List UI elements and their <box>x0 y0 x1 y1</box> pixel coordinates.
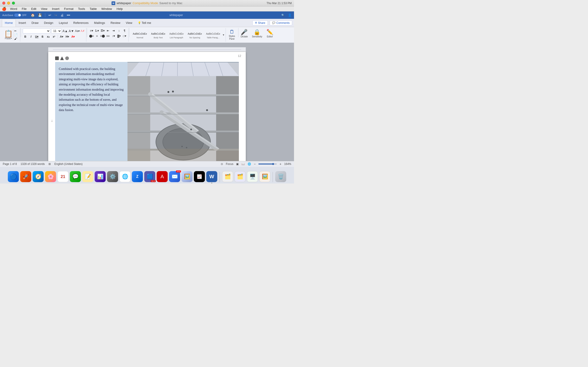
cut-icon[interactable]: ✂ <box>14 29 18 33</box>
bold-button[interactable]: B <box>23 34 28 39</box>
menu-format[interactable]: Format <box>62 7 75 11</box>
dictate-button[interactable]: 🎤 Dictate <box>239 28 250 42</box>
zoom-slider[interactable] <box>258 164 277 165</box>
undo-icon[interactable]: ↩ <box>48 13 52 17</box>
border-button[interactable]: □▾ <box>122 34 127 38</box>
dock-preview[interactable]: 🖼️ <box>182 171 192 182</box>
close-button[interactable] <box>2 2 5 5</box>
subscript-button[interactable]: x₂ <box>46 34 51 39</box>
text-color-button[interactable]: A▾ <box>59 34 64 39</box>
style-normal[interactable]: AaBbCcDdEe Normal <box>131 30 149 40</box>
tab-home[interactable]: Home <box>2 19 16 27</box>
style-body-text[interactable]: AaBbCcDdEe Body Text <box>149 30 167 40</box>
line-spacing-button[interactable]: ↕▾ <box>111 34 116 38</box>
bullets-button[interactable]: ≡▾ <box>89 28 94 33</box>
strikethrough-button[interactable]: S <box>40 34 45 39</box>
menu-tools[interactable]: Tools <box>76 7 87 11</box>
account-icon[interactable]: 👤 <box>288 13 292 17</box>
tab-insert[interactable]: Insert <box>16 19 29 27</box>
autosave-toggle[interactable] <box>14 14 21 17</box>
style-list-paragraph[interactable]: AaBbCcDdEe List Paragraph <box>168 30 185 40</box>
tab-tell-me[interactable]: 💡Tell me <box>135 19 154 27</box>
search-icon[interactable]: 🔍 <box>281 14 285 17</box>
dock-chrome[interactable]: 🌐 <box>120 171 130 182</box>
shape-circle-icon[interactable] <box>65 56 69 60</box>
focus-icon[interactable]: ⊙ <box>221 162 223 166</box>
menu-insert[interactable]: Insert <box>50 7 61 11</box>
style-table-para[interactable]: AaBbCcDdEe Table Parag... <box>204 30 222 40</box>
editor-button[interactable]: ✏️ Editor <box>265 28 275 42</box>
dock-launchpad[interactable]: 🚀 <box>20 171 31 182</box>
dock-acrobat[interactable]: A <box>157 171 168 182</box>
font-size-select[interactable]: 11 <box>51 28 61 33</box>
tab-review[interactable]: Review <box>108 19 123 27</box>
increase-font-icon[interactable]: A▲ <box>62 29 68 33</box>
zoom-out-icon[interactable]: − <box>254 162 256 166</box>
comments-button[interactable]: 💬 Comments <box>270 20 292 25</box>
dock-sysprefs[interactable]: ⚙️ <box>107 171 118 182</box>
menu-view[interactable]: View <box>39 7 49 11</box>
dock-safari[interactable]: 🧭 <box>33 171 44 182</box>
dock-files4[interactable]: 🖼️ <box>259 171 270 182</box>
font-color-button[interactable]: A▾ <box>70 34 76 39</box>
copy-icon[interactable]: 📄 <box>14 33 18 36</box>
dock-stocks[interactable]: 📈 <box>194 171 205 182</box>
clear-format-icon[interactable]: A✗ <box>81 29 85 33</box>
shading-button[interactable]: ▓▾ <box>116 34 121 38</box>
tab-references[interactable]: References <box>70 19 91 27</box>
styles-pane-button[interactable]: 🗒 StylesPane <box>226 28 238 42</box>
dock-trash[interactable]: 🗑️ <box>275 171 286 182</box>
apple-menu[interactable]: 🍎 <box>2 7 6 11</box>
align-center-button[interactable]: ≡ <box>95 34 99 38</box>
dock-files1[interactable]: 🗂️ <box>222 171 233 182</box>
dock-zoom[interactable]: Z <box>132 171 143 182</box>
menu-window[interactable]: Window <box>99 7 114 11</box>
change-case-icon[interactable]: Aa▾ <box>75 29 80 33</box>
dock-finder[interactable]: 🔵 <box>8 171 19 182</box>
tab-view[interactable]: View <box>123 19 135 27</box>
increase-indent-button[interactable]: ⇥ <box>111 28 116 33</box>
styles-expand-icon[interactable]: ▾ <box>223 33 224 36</box>
align-right-button[interactable]: ≡⬤ <box>100 34 105 38</box>
print-icon[interactable]: 🖨 <box>60 13 65 17</box>
decrease-font-icon[interactable]: A▼ <box>69 29 74 33</box>
decrease-indent-button[interactable]: ⇤ <box>105 28 111 33</box>
redo-icon[interactable]: ↪ <box>53 13 58 17</box>
style-no-spacing[interactable]: AaBbCcDdEe No Spacing <box>186 30 204 40</box>
layout-view-icon[interactable]: ▣ <box>236 162 239 166</box>
minimize-button[interactable] <box>7 2 10 5</box>
maximize-button[interactable] <box>12 2 15 5</box>
edit-marks-icon[interactable]: ⊞ <box>48 162 51 166</box>
font-family-select[interactable] <box>23 28 50 33</box>
paste-button[interactable]: 📋 Paste ▾ <box>4 30 13 40</box>
italic-button[interactable]: I <box>28 34 34 39</box>
align-left-button[interactable]: ⬤≡ <box>89 34 94 38</box>
highlight-button[interactable]: H▾ <box>65 34 70 39</box>
dock-messages[interactable]: 💬 <box>70 171 81 182</box>
shape-square-icon[interactable] <box>55 56 59 60</box>
shape-triangle-icon[interactable] <box>60 56 64 60</box>
menu-table[interactable]: Table <box>88 7 99 11</box>
dock-teams[interactable]: 🟦 NEW <box>144 171 155 182</box>
paragraph-marks-button[interactable]: ¶ <box>122 28 127 33</box>
tab-mailings[interactable]: Mailings <box>91 19 108 27</box>
dock-notes[interactable]: 📝 <box>82 171 93 182</box>
sort-button[interactable]: ↕ <box>116 28 121 33</box>
dock-march[interactable]: 21 <box>57 171 69 182</box>
justify-button[interactable]: ≡≡ <box>105 34 111 38</box>
underline-button[interactable]: U▾ <box>34 34 39 39</box>
sensitivity-button[interactable]: 🔒 Sensitivity <box>250 28 264 42</box>
save-icon[interactable]: 💾 <box>37 13 43 17</box>
tab-layout[interactable]: Layout <box>56 19 70 27</box>
dock-photos[interactable]: 🌸 <box>45 171 56 182</box>
tab-draw[interactable]: Draw <box>29 19 41 27</box>
numbering-button[interactable]: 1.▾ <box>95 28 99 33</box>
tab-design[interactable]: Design <box>41 19 56 27</box>
menu-file[interactable]: File <box>20 7 28 11</box>
menu-edit[interactable]: Edit <box>29 7 38 11</box>
dock-mail[interactable]: ✉️ 6850 <box>169 171 180 182</box>
dock-files2[interactable]: 🗂️ <box>234 171 246 182</box>
read-view-icon[interactable]: 📖 <box>242 162 245 166</box>
dock-word[interactable]: W <box>206 171 217 182</box>
home-icon[interactable]: 🏠 <box>30 13 36 17</box>
